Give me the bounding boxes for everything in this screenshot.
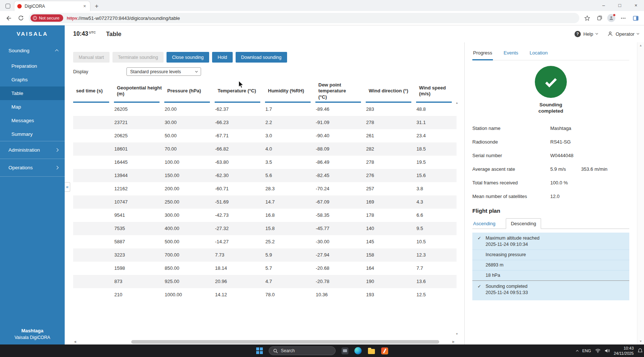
table-cell: 850.00 bbox=[164, 262, 215, 275]
table-cell: -62.30 bbox=[215, 169, 265, 182]
app-header: 10:43UTC Table ? Help Operator bbox=[65, 25, 644, 42]
sidebar-item-map[interactable]: Map bbox=[0, 100, 65, 114]
content-row: Manual startTerminate soundingClose soun… bbox=[65, 42, 644, 344]
table-cell: 20625 bbox=[114, 129, 164, 142]
sidebar-item-label: Map bbox=[11, 104, 21, 110]
hold-button[interactable]: Hold bbox=[212, 52, 233, 63]
browser-menu-button[interactable] bbox=[618, 13, 628, 23]
sidebar-nav: SoundingPreparationGraphsTableMapMessage… bbox=[0, 42, 65, 176]
profile-avatar[interactable] bbox=[607, 14, 615, 22]
hidden-icons-chevron-icon[interactable] bbox=[576, 350, 579, 353]
workspaces-icon[interactable] bbox=[3, 1, 12, 11]
taskbar-explorer-button[interactable] bbox=[367, 347, 375, 355]
scroll-left-arrow[interactable]: ◀ bbox=[74, 340, 76, 343]
new-tab-button[interactable]: + bbox=[90, 3, 103, 11]
panel-scroll-up-arrow[interactable]: ▲ bbox=[637, 44, 644, 47]
user-menu[interactable]: Operator bbox=[607, 31, 639, 37]
sounding-completed-check-icon bbox=[535, 66, 567, 98]
info-value: Mashtaga bbox=[550, 126, 581, 131]
taskbar-app-orange-button[interactable] bbox=[380, 347, 389, 355]
taskbar-app-window-button[interactable] bbox=[341, 347, 349, 355]
sidebar-item-messages[interactable]: Messages bbox=[0, 114, 65, 127]
table-cell: -45.77 bbox=[315, 222, 366, 235]
info-value: RS41-SG bbox=[550, 139, 581, 145]
notification-bell-icon[interactable] bbox=[638, 348, 643, 353]
collections-button[interactable] bbox=[595, 13, 604, 23]
event-header: ✓Sounding completed2025-11-24 09:51:33 bbox=[472, 283, 629, 298]
tab-ascending[interactable]: Ascending bbox=[472, 219, 496, 229]
panel-scrollbar[interactable]: ▲ ▼ bbox=[637, 42, 644, 344]
sidebar-item-administration[interactable]: Administration bbox=[0, 141, 65, 159]
window-controls: – □ × bbox=[595, 0, 644, 10]
not-secure-badge[interactable]: Not secure bbox=[31, 14, 63, 22]
language-indicator[interactable]: ENG bbox=[582, 349, 591, 353]
info-row: Total frames received100.0 % bbox=[472, 176, 629, 190]
horizontal-scrollbar-thumb[interactable] bbox=[131, 340, 439, 344]
tab-close-icon[interactable]: × bbox=[82, 3, 87, 9]
sidebar-item-graphs[interactable]: Graphs bbox=[0, 73, 65, 86]
table-cell: -66.23 bbox=[215, 116, 265, 129]
volume-icon[interactable] bbox=[605, 349, 610, 353]
refresh-button[interactable] bbox=[16, 13, 26, 23]
tab-events[interactable]: Events bbox=[503, 49, 519, 60]
close-button[interactable]: × bbox=[628, 0, 644, 10]
table-cell: 10.5 bbox=[416, 235, 457, 248]
manual-start-button: Manual start bbox=[73, 52, 110, 63]
tab-descending[interactable]: Descending bbox=[506, 218, 541, 229]
browser-tab[interactable]: DigiCORA × bbox=[14, 1, 90, 11]
table-cell: -62.37 bbox=[215, 103, 265, 116]
horizontal-scrollbar[interactable]: ◀ ▶ bbox=[73, 340, 455, 344]
info-label: Average ascent rate bbox=[472, 166, 550, 172]
browser-sidebar-button[interactable] bbox=[631, 13, 640, 23]
profile-notification-dot bbox=[613, 14, 616, 17]
minimize-button[interactable]: – bbox=[595, 0, 612, 10]
help-icon: ? bbox=[575, 31, 581, 37]
taskbar-edge-button[interactable] bbox=[354, 347, 362, 355]
tab-progress[interactable]: Progress bbox=[472, 49, 493, 60]
table-scroll-up-arrow[interactable]: ▲ bbox=[455, 101, 458, 105]
orange-app-icon bbox=[381, 347, 388, 354]
table-cell bbox=[73, 262, 114, 275]
sidebar-item-label: Summary bbox=[11, 131, 33, 137]
table-cell: 158 bbox=[366, 248, 416, 262]
sidebar-item-summary[interactable]: Summary bbox=[0, 127, 65, 141]
wifi-icon[interactable] bbox=[595, 349, 601, 353]
flight-plan-title: Flight plan bbox=[472, 208, 629, 214]
taskbar-tray: ENG 10:43 24/11/2025 bbox=[576, 344, 643, 357]
table-cell: 4.3 bbox=[416, 195, 457, 209]
table-cell: 23721 bbox=[114, 116, 164, 129]
sidebar-collapse-button[interactable]: « bbox=[65, 182, 70, 192]
help-menu[interactable]: ? Help bbox=[575, 31, 598, 37]
start-button[interactable] bbox=[255, 347, 264, 355]
taskbar-search[interactable]: Search bbox=[269, 346, 336, 355]
download-sounding-button[interactable]: Download sounding bbox=[236, 52, 287, 63]
address-bar[interactable]: Not secure https://mw51-w0727270:8443/di… bbox=[29, 13, 579, 23]
sidebar-item-operations[interactable]: Operations bbox=[0, 159, 65, 176]
display-select[interactable]: Standard pressure levels bbox=[126, 67, 201, 76]
sidebar-item-label: Graphs bbox=[11, 77, 28, 82]
table-cell: 150.00 bbox=[164, 169, 215, 182]
sidebar-item-sounding[interactable]: Sounding bbox=[0, 42, 65, 59]
tab-location[interactable]: Location bbox=[529, 49, 548, 60]
panel-scroll-down-arrow[interactable]: ▼ bbox=[637, 340, 644, 343]
table-cell: -88.09 bbox=[315, 142, 366, 156]
taskbar-clock[interactable]: 10:43 24/11/2025 bbox=[614, 346, 634, 356]
sounding-info-list: Station nameMashtagaRadiosondeRS41-SGSer… bbox=[472, 121, 629, 203]
sidebar-item-table[interactable]: Table bbox=[0, 86, 65, 100]
table-cell: 1598 bbox=[114, 262, 164, 275]
sidebar-item-preparation[interactable]: Preparation bbox=[0, 59, 65, 73]
scroll-right-arrow[interactable]: ▶ bbox=[452, 340, 455, 343]
station-name-label: Mashtaga bbox=[0, 327, 65, 335]
edge-icon bbox=[354, 347, 362, 354]
table-cell: 300.00 bbox=[164, 209, 215, 222]
table-cell: 15.6 bbox=[416, 169, 457, 182]
table-cell: 12.5 bbox=[416, 288, 457, 301]
search-icon bbox=[273, 349, 278, 353]
maximize-button[interactable]: □ bbox=[612, 0, 628, 10]
favorites-star-button[interactable] bbox=[582, 13, 592, 23]
table-cell bbox=[73, 248, 114, 262]
back-button[interactable] bbox=[4, 13, 13, 23]
warning-icon bbox=[33, 16, 37, 20]
table-scroll-down-arrow[interactable]: ▼ bbox=[455, 332, 458, 336]
close-sounding-button[interactable]: Close sounding bbox=[167, 52, 209, 63]
